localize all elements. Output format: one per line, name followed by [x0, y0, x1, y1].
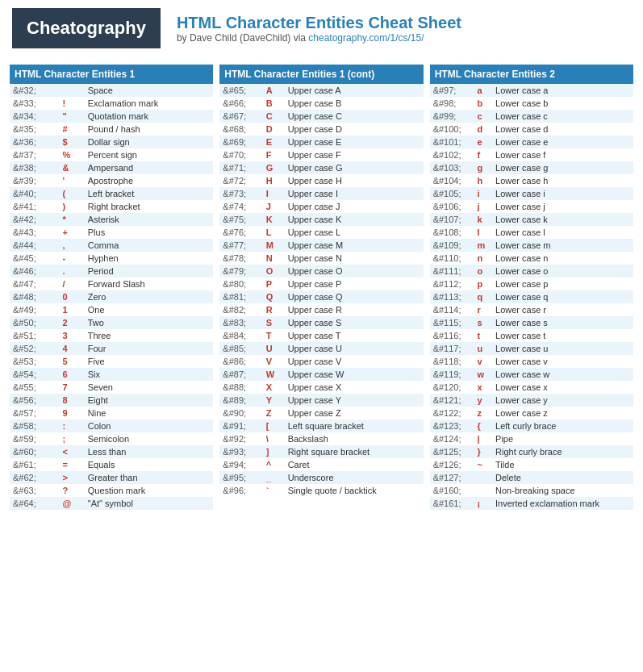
table-cell: &#123; — [430, 419, 474, 432]
table-cell: &#127; — [430, 471, 474, 484]
table-row: &#126;~Tilde — [430, 458, 633, 471]
table-cell: &#121; — [430, 394, 474, 407]
table-cell: Lower case s — [492, 316, 633, 329]
table-cell: E — [263, 136, 285, 148]
table-cell: $ — [59, 136, 84, 148]
table-row: &#62;>Greater than — [10, 471, 213, 484]
table-row: &#33;!Exclamation mark — [10, 97, 213, 110]
table-cell: V — [263, 355, 285, 368]
table-row: &#56;8Eight — [10, 394, 213, 407]
table-cell: &#39; — [10, 174, 59, 187]
table-row: &#127;Delete — [430, 471, 633, 484]
column-3: HTML Character Entities 2 &#97;aLower ca… — [430, 65, 633, 510]
table-cell: &#86; — [219, 355, 263, 368]
table-cell: D — [263, 123, 285, 136]
table-cell: 4 — [59, 342, 84, 355]
table-cell: Pound / hash — [85, 123, 214, 136]
table-cell: M — [263, 239, 285, 252]
table-cell: Lower case t — [492, 329, 633, 342]
table-cell: ? — [59, 484, 84, 497]
table-cell: "At" symbol — [85, 497, 214, 510]
table-row: &#76;LUpper case L — [219, 226, 423, 239]
table-cell: &#36; — [10, 136, 59, 148]
table-cell: @ — [59, 497, 84, 510]
table-cell: Lower case l — [492, 226, 633, 239]
table-row: &#161;¡Inverted exclamation mark — [430, 497, 633, 510]
table-cell: &#85; — [219, 342, 263, 355]
table-cell: &#62; — [10, 471, 59, 484]
table-cell: o — [474, 265, 492, 278]
table-cell: Upper case I — [285, 187, 424, 200]
table-row: &#39;'Apostrophe — [10, 174, 213, 187]
table-row: &#61;=Equals — [10, 458, 213, 471]
table-row: &#67;CUpper case C — [219, 110, 423, 123]
table-row: &#66;BUpper case B — [219, 97, 423, 110]
table-row: &#83;SUpper case S — [219, 316, 423, 329]
table-cell: Upper case D — [285, 123, 424, 136]
table-cell: 2 — [59, 316, 84, 329]
table-cell: 6 — [59, 368, 84, 381]
table-cell: &#126; — [430, 458, 474, 471]
table-cell: J — [263, 200, 285, 213]
table-cell: Plus — [85, 226, 214, 239]
table-row: &#115;sLower case s — [430, 316, 633, 329]
table-row: &#113;qLower case q — [430, 290, 633, 303]
col2-header: HTML Character Entities 1 (cont) — [219, 65, 423, 84]
table-cell: Less than — [85, 445, 214, 458]
table-cell: ¡ — [474, 497, 492, 510]
table-cell: ' — [59, 174, 84, 187]
table-row: &#107;kLower case k — [430, 213, 633, 226]
table-cell: &#103; — [430, 161, 474, 174]
table-cell: k — [474, 213, 492, 226]
table-cell: S — [263, 316, 285, 329]
table-row: &#36;$Dollar sign — [10, 136, 213, 148]
col3-header: HTML Character Entities 2 — [430, 65, 633, 84]
table-row: &#43;+Plus — [10, 226, 213, 239]
table-cell: j — [474, 200, 492, 213]
table-row: &#114;rLower case r — [430, 303, 633, 316]
table-row: &#73;IUpper case I — [219, 187, 423, 200]
table-row: &#86;VUpper case V — [219, 355, 423, 368]
table-row: &#75;KUpper case K — [219, 213, 423, 226]
table-cell: Lower case d — [492, 123, 633, 136]
table-cell: &#78; — [219, 252, 263, 265]
table-cell: &#77; — [219, 239, 263, 252]
col2-table: &#65;AUpper case A&#66;BUpper case B&#67… — [219, 84, 423, 497]
table-cell: &#54; — [10, 368, 59, 381]
table-cell: &#92; — [219, 432, 263, 445]
table-cell: Upper case A — [285, 84, 424, 97]
logo: Cheatography — [12, 8, 161, 48]
cheatography-link[interactable]: cheatography.com/1/cs/15/ — [308, 32, 424, 44]
table-cell: Lower case j — [492, 200, 633, 213]
table-cell: Lower case h — [492, 174, 633, 187]
table-cell: Inverted exclamation mark — [492, 497, 633, 510]
table-cell: Underscore — [285, 471, 424, 484]
table-cell: Upper case V — [285, 355, 424, 368]
table-row: &#65;AUpper case A — [219, 84, 423, 97]
table-cell: g — [474, 161, 492, 174]
table-cell: &#109; — [430, 239, 474, 252]
table-cell: Upper case G — [285, 161, 424, 174]
col1-table: &#32;Space&#33;!Exclamation mark&#34;"Qu… — [10, 84, 213, 510]
table-cell: < — [59, 445, 84, 458]
table-cell: Three — [85, 329, 214, 342]
table-row: &#46;.Period — [10, 265, 213, 278]
table-cell: = — [59, 458, 84, 471]
table-cell: Lower case b — [492, 97, 633, 110]
table-cell: &#118; — [430, 355, 474, 368]
table-cell: P — [263, 278, 285, 290]
table-cell: " — [59, 110, 84, 123]
table-cell: Lower case m — [492, 239, 633, 252]
table-cell: &#99; — [430, 110, 474, 123]
table-cell: &#114; — [430, 303, 474, 316]
table-cell: B — [263, 97, 285, 110]
table-cell: Upper case H — [285, 174, 424, 187]
table-cell: Upper case Y — [285, 394, 424, 407]
table-row: &#54;6Six — [10, 368, 213, 381]
table-cell: Upper case Q — [285, 290, 424, 303]
table-cell: Lower case z — [492, 407, 633, 419]
table-cell: Y — [263, 394, 285, 407]
table-cell: Greater than — [85, 471, 214, 484]
table-cell: Z — [263, 407, 285, 419]
table-row: &#77;MUpper case M — [219, 239, 423, 252]
